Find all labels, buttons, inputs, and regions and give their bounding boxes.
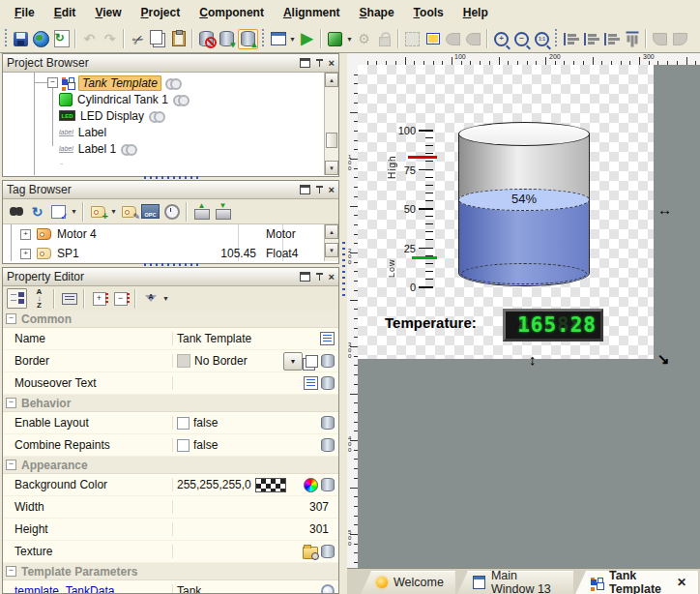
close-panel-icon[interactable]: ×	[329, 185, 335, 195]
text-editor-icon[interactable]	[320, 332, 335, 345]
collapse-section-icon[interactable]: −	[6, 460, 16, 470]
toolbar-grip[interactable]	[4, 29, 9, 48]
menu-shape[interactable]: Shape	[351, 3, 403, 22]
expand-icon[interactable]: +	[20, 249, 31, 259]
binding-icon[interactable]	[321, 354, 335, 368]
scrollbar-thumb[interactable]	[326, 133, 337, 148]
cut-icon[interactable]: ✂	[126, 26, 150, 50]
save-icon[interactable]	[12, 30, 30, 48]
search-binoculars-icon[interactable]	[7, 202, 25, 221]
binding-icon[interactable]	[321, 438, 335, 452]
marquee-icon[interactable]	[403, 30, 422, 48]
new-window-dropdown-icon[interactable]: ▼	[288, 30, 297, 48]
db-upload-icon[interactable]	[238, 29, 258, 49]
zoom-out-icon[interactable]: −	[512, 30, 531, 48]
zoom-in-icon[interactable]: +	[492, 30, 510, 48]
float-panel-icon[interactable]	[300, 58, 310, 68]
section-appearance[interactable]: − Appearance	[3, 457, 338, 474]
tree-item-tank-template[interactable]: − Tank Template	[47, 74, 178, 91]
led-display[interactable]: 888888 165.28	[503, 309, 603, 342]
tag-browser-header[interactable]: Tag Browser ×	[3, 181, 338, 199]
tree-item-led-display[interactable]: LED LED Display	[59, 107, 161, 124]
menu-edit[interactable]: Edit	[45, 3, 85, 22]
checkbox-icon[interactable]	[177, 439, 190, 452]
column-config-dropdown-icon[interactable]: ▼	[70, 202, 78, 221]
close-panel-icon[interactable]: ×	[329, 272, 335, 282]
scroll-down-icon[interactable]: ▼	[325, 243, 338, 257]
property-row-name[interactable]: Name Tank Template	[3, 328, 338, 350]
pin-panel-icon[interactable]	[315, 272, 324, 282]
template-workspace[interactable]: 100 75 50 25 0 High Low	[358, 65, 654, 359]
tag-row-motor4[interactable]: + Motor 4 Motor	[3, 224, 324, 244]
binding-icon[interactable]	[321, 478, 335, 491]
play-icon[interactable]: ▶	[298, 30, 316, 48]
redo-icon[interactable]: ↷	[101, 30, 119, 48]
property-name-link[interactable]: template_TankData	[3, 584, 173, 593]
distribute-right-icon[interactable]	[602, 30, 621, 48]
property-value[interactable]: Tank Template	[173, 332, 320, 345]
export-tags-icon[interactable]	[214, 202, 232, 221]
distribute-left-icon[interactable]	[562, 30, 580, 48]
border-dropdown-icon[interactable]: ▼	[283, 352, 303, 371]
float-panel-icon[interactable]	[300, 272, 310, 282]
section-common[interactable]: − Common	[3, 311, 338, 328]
gears-icon[interactable]: ⚙	[355, 30, 373, 48]
refresh-icon[interactable]: ↻	[28, 202, 46, 221]
pin-panel-icon[interactable]	[315, 58, 324, 68]
property-row-enable-layout[interactable]: Enable Layout false	[3, 412, 338, 434]
toolbar-grip[interactable]	[554, 29, 559, 48]
collapse-all-icon[interactable]: −	[111, 289, 130, 308]
color-wheel-icon[interactable]	[304, 478, 318, 492]
toolbar-grip[interactable]	[261, 29, 266, 48]
corner-anchor-icon[interactable]	[651, 30, 669, 48]
component-cube-icon[interactable]	[326, 30, 344, 48]
distribute-center-icon[interactable]	[582, 30, 600, 48]
undo-icon[interactable]: ↶	[80, 30, 99, 48]
filter-dropdown-icon[interactable]: ▼	[161, 289, 170, 308]
close-tab-icon[interactable]: ✕	[677, 576, 686, 589]
tree-item-label[interactable]: Label	[78, 126, 106, 139]
meter-scale[interactable]: 100 75 50 25 0 High Low	[385, 121, 441, 295]
section-template-parameters[interactable]: − Template Parameters	[3, 563, 338, 580]
tag-name[interactable]: SP1	[57, 247, 212, 260]
checkbox-icon[interactable]	[177, 417, 190, 430]
opc-browse-icon[interactable]: OPC	[141, 202, 160, 221]
property-value[interactable]: 255,255,255,0	[177, 478, 251, 491]
menu-alignment[interactable]: Alignment	[275, 3, 349, 22]
property-row-width[interactable]: Width 307	[3, 496, 338, 519]
menu-help[interactable]: Help	[454, 3, 497, 22]
resize-handle-bottom[interactable]: ↕	[529, 352, 537, 367]
tree-item-label[interactable]: label Label	[59, 124, 106, 140]
menu-view[interactable]: View	[86, 3, 130, 22]
menu-file[interactable]: File	[6, 3, 44, 22]
collapse-section-icon[interactable]: −	[6, 566, 16, 577]
refresh-project-icon[interactable]	[52, 30, 71, 48]
temperature-label[interactable]: Temperature:	[385, 314, 477, 331]
magnifier-icon[interactable]	[321, 584, 335, 593]
web-globe-icon[interactable]	[32, 30, 50, 48]
lock-icon[interactable]	[375, 30, 394, 48]
shape-union-icon[interactable]	[444, 30, 462, 48]
menu-project[interactable]: Project	[132, 3, 190, 22]
resize-handle-corner[interactable]: ↘	[657, 351, 670, 366]
add-tag-dropdown-icon[interactable]: ▼	[109, 202, 118, 221]
property-row-mouseover[interactable]: Mouseover Text	[3, 372, 338, 395]
tree-item-partial[interactable]: ⁼	[59, 157, 63, 173]
property-editor-header[interactable]: Property Editor ×	[3, 268, 338, 286]
distribute-top-icon[interactable]	[623, 30, 641, 48]
pin-panel-icon[interactable]	[315, 185, 324, 194]
tree-item-label[interactable]: LED Display	[80, 109, 144, 123]
property-row-combine-repaints[interactable]: Combine Repaints false	[3, 434, 338, 457]
project-browser-header[interactable]: Project Browser ×	[3, 54, 338, 73]
border-editor-icon[interactable]	[306, 355, 318, 368]
position-icon[interactable]	[423, 30, 442, 48]
property-value[interactable]: No Border	[194, 354, 248, 368]
text-editor-icon[interactable]	[304, 376, 318, 390]
property-value[interactable]: Tank	[173, 584, 321, 593]
property-row-border[interactable]: Border No Border ▼	[3, 350, 338, 372]
scroll-up-icon[interactable]: ▲	[325, 73, 338, 87]
scan-class-icon[interactable]	[162, 202, 181, 221]
binding-icon[interactable]	[321, 416, 335, 430]
db-download-icon[interactable]	[218, 30, 236, 48]
cylindrical-tank[interactable]: 54%	[458, 122, 590, 286]
